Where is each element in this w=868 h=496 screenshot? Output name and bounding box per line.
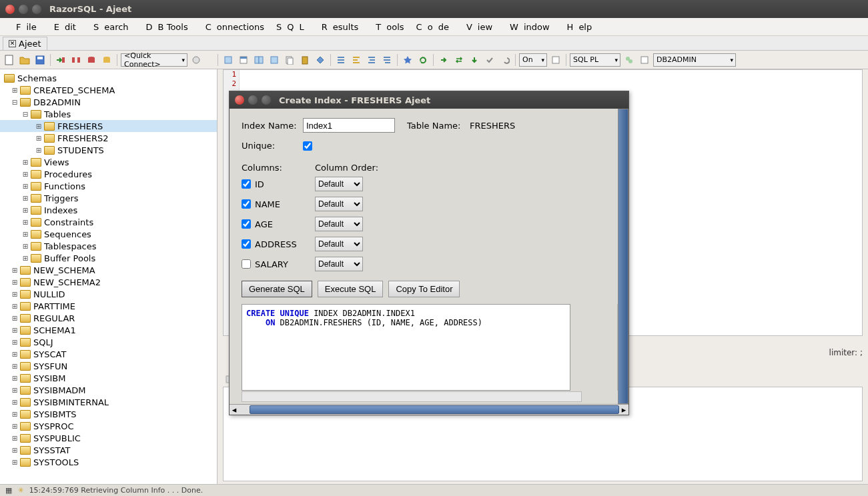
check-icon[interactable] <box>483 53 496 67</box>
toolbar-icon-2[interactable] <box>237 53 250 67</box>
tree-item[interactable]: ⊞Tablespaces <box>0 240 217 252</box>
database-combo[interactable]: DB2ADMIN <box>653 53 736 67</box>
tree-item-freshers2[interactable]: ⊞FRESHERS2 <box>0 132 217 144</box>
arrow-right-icon[interactable] <box>437 53 450 67</box>
format-icon-3[interactable] <box>365 53 378 67</box>
refresh-icon[interactable] <box>416 53 430 67</box>
tab-close-icon[interactable]: ✕ <box>9 40 16 47</box>
menu-file[interactable]: File <box>5 20 42 34</box>
menu-search[interactable]: Search <box>83 20 134 34</box>
paste-icon[interactable] <box>298 53 312 67</box>
format-icon-1[interactable] <box>334 53 348 67</box>
sql-preview-hscroll[interactable] <box>242 391 582 402</box>
tree-item[interactable]: ⊞Constraints <box>0 216 217 228</box>
col-age-checkbox[interactable] <box>242 219 251 229</box>
toolbar-icon-6[interactable] <box>549 53 562 67</box>
favorites-icon[interactable] <box>401 53 414 67</box>
tree-item[interactable]: ⊞Procedures <box>0 168 217 180</box>
arrow-swap-icon[interactable] <box>452 53 466 67</box>
menu-window[interactable]: Window <box>499 20 555 34</box>
arrow-down-icon[interactable] <box>468 53 481 67</box>
menu-view[interactable]: View <box>456 20 498 34</box>
execute-sql-button[interactable]: Execute SQL <box>318 281 384 297</box>
tree-item-tables[interactable]: ⊟Tables <box>0 108 217 120</box>
tree-root-schemas[interactable]: Schemas <box>0 72 217 84</box>
tree-item[interactable]: ⊞SYSIBMADM <box>0 384 217 396</box>
menu-dbtools[interactable]: DB Tools <box>135 20 193 34</box>
dialog-minimize-icon[interactable] <box>248 95 258 105</box>
db-delete-icon[interactable] <box>85 53 98 67</box>
toolbar-icon-3[interactable] <box>252 53 266 67</box>
col-age-order[interactable]: Default <box>315 217 363 231</box>
dialog-hscroll[interactable]: ◂▸ <box>230 404 628 415</box>
new-file-icon[interactable] <box>3 53 16 67</box>
tree-item[interactable]: ⊞SQLJ <box>0 336 217 348</box>
toolbar-icon-1[interactable] <box>222 53 235 67</box>
quick-connect-combo[interactable]: <Quick Connect> <box>121 53 187 67</box>
unique-checkbox[interactable] <box>303 141 312 151</box>
quick-connect-go-icon[interactable] <box>189 53 203 67</box>
undo-icon[interactable] <box>498 53 512 67</box>
menu-tools[interactable]: Tools <box>365 20 409 34</box>
menu-sql[interactable]: SQL <box>271 20 310 34</box>
format-icon-2[interactable] <box>350 53 363 67</box>
tree-item[interactable]: ⊞NEW_SCHEMA2 <box>0 276 217 288</box>
editor-tab[interactable]: ✕ Ajeet <box>3 37 47 50</box>
toolbar-icon-7[interactable] <box>622 53 636 67</box>
connect-icon[interactable] <box>54 53 67 67</box>
col-name-checkbox[interactable] <box>242 199 251 209</box>
tree-item[interactable]: ⊞SYSPROC <box>0 420 217 432</box>
menu-code[interactable]: Code <box>411 20 454 34</box>
col-address-order[interactable]: Default <box>315 237 363 251</box>
tree-item[interactable]: ⊞Buffer Pools <box>0 252 217 264</box>
menu-edit[interactable]: Edit <box>43 20 81 34</box>
tree-item[interactable]: ⊞REGULAR <box>0 312 217 324</box>
on-combo[interactable]: On <box>519 53 547 67</box>
col-salary-checkbox[interactable] <box>242 259 251 269</box>
toolbar-icon-4[interactable] <box>268 53 281 67</box>
tree-item-db2admin[interactable]: ⊟DB2ADMIN <box>0 96 217 108</box>
generate-sql-button[interactable]: Generate SQL <box>242 281 312 297</box>
format-icon-4[interactable] <box>380 53 394 67</box>
copy-icon[interactable] <box>283 53 296 67</box>
tree-item[interactable]: ⊞Triggers <box>0 192 217 204</box>
tree-item[interactable]: ⊞NULLID <box>0 288 217 300</box>
tree-item[interactable]: ⊞Sequences <box>0 228 217 240</box>
col-name-order[interactable]: Default <box>315 197 363 211</box>
col-id-order[interactable]: Default <box>315 177 363 191</box>
window-maximize-icon[interactable] <box>32 5 41 14</box>
tree-item[interactable]: ⊞SYSTOOLS <box>0 456 217 468</box>
tree-item[interactable]: ⊞Functions <box>0 180 217 192</box>
window-minimize-icon[interactable] <box>19 5 28 14</box>
tree-item[interactable]: ⊞Indexes <box>0 204 217 216</box>
tree-item[interactable]: ⊞SYSFUN <box>0 360 217 372</box>
tree-item[interactable]: ⊞SYSSTAT <box>0 444 217 456</box>
save-file-icon[interactable] <box>33 53 47 67</box>
sql-preview[interactable]: CREATE UNIQUE INDEX DB2ADMIN.INDEX1 ON D… <box>242 304 570 391</box>
dialog-titlebar[interactable]: Create Index - FRESHERS Ajeet <box>230 91 628 109</box>
disconnect-icon[interactable] <box>69 53 83 67</box>
tree-item[interactable]: ⊞SYSIBM <box>0 372 217 384</box>
col-id-checkbox[interactable] <box>242 179 251 189</box>
toolbar-icon-5[interactable] <box>314 53 327 67</box>
schema-tree[interactable]: Schemas ⊞CREATED_SCHEMA ⊟DB2ADMIN ⊟Table… <box>0 69 218 484</box>
copy-to-editor-button[interactable]: Copy To Editor <box>388 281 460 297</box>
toolbar-icon-8[interactable] <box>638 53 651 67</box>
dialog-maximize-icon[interactable] <box>262 95 271 105</box>
tree-item[interactable]: ⊞SYSPUBLIC <box>0 432 217 444</box>
menu-help[interactable]: Help <box>556 20 598 34</box>
language-combo[interactable]: SQL PL <box>570 53 620 67</box>
menu-results[interactable]: Results <box>311 20 364 34</box>
tree-item[interactable]: ⊞SYSCAT <box>0 348 217 360</box>
tree-item[interactable]: ⊞NEW_SCHEMA <box>0 264 217 276</box>
open-file-icon[interactable] <box>18 53 31 67</box>
tree-item[interactable]: ⊞CREATED_SCHEMA <box>0 84 217 96</box>
dialog-close-icon[interactable] <box>235 95 244 105</box>
tree-item[interactable]: ⊞SYSIBMTS <box>0 408 217 420</box>
col-salary-order[interactable]: Default <box>315 257 363 271</box>
tree-item[interactable]: ⊞PARTTIME <box>0 300 217 312</box>
menu-connections[interactable]: Connections <box>195 20 270 34</box>
db-add-icon[interactable] <box>100 53 113 67</box>
tree-item[interactable]: ⊞Views <box>0 156 217 168</box>
tree-item-students[interactable]: ⊞STUDENTS <box>0 144 217 156</box>
